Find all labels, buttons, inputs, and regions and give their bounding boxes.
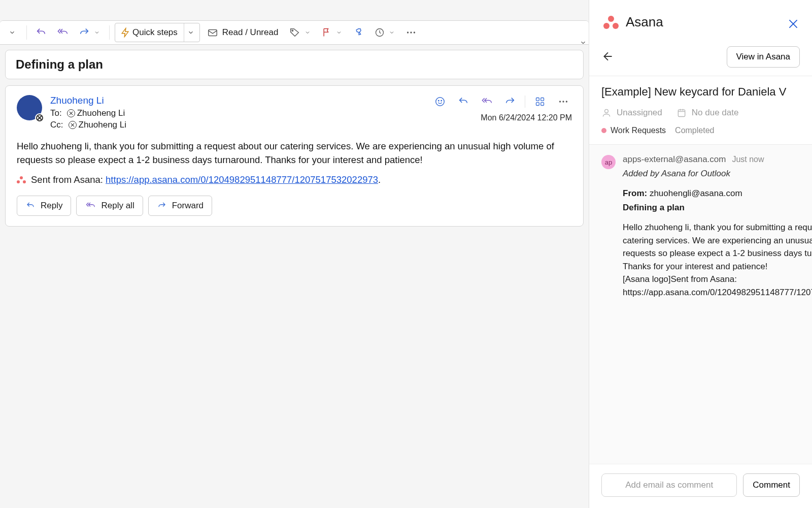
reply-all-label: Reply all — [101, 201, 134, 211]
svg-point-18 — [562, 101, 564, 102]
message-quick-actions — [431, 93, 572, 110]
svg-rect-23 — [678, 110, 685, 116]
sent-from-asana-row: Sent from Asana: https://app.asana.com/0… — [17, 174, 572, 185]
reply-all-button[interactable] — [478, 93, 495, 110]
tag-button[interactable] — [285, 23, 315, 42]
message-footer-actions: Reply Reply all Forward — [17, 196, 572, 216]
svg-rect-15 — [536, 103, 539, 106]
due-date-label: No due date — [692, 108, 739, 118]
project-badge[interactable]: Work Requests — [601, 126, 666, 135]
task-title[interactable]: [Example] New keycard for Daniela V — [601, 85, 800, 99]
reply-button[interactable] — [455, 93, 472, 110]
svg-rect-0 — [209, 30, 217, 36]
asana-addin-panel: Asana View in Asana [Example] New keycar… — [589, 0, 812, 508]
cc-recipient-name: Zhuoheng Li — [79, 120, 127, 130]
svg-point-3 — [407, 31, 409, 33]
task-due-date[interactable]: No due date — [676, 108, 739, 118]
activity-sent-line: [Asana logo]Sent from Asana: https://app… — [623, 273, 812, 299]
cc-recipient-chip[interactable]: Zhuoheng Li — [69, 120, 127, 130]
reply-label: Reply — [41, 201, 62, 211]
asana-link[interactable]: https://app.asana.com/0/1204982951148777… — [106, 174, 378, 185]
react-button[interactable] — [431, 93, 449, 110]
svg-point-1 — [292, 30, 293, 31]
to-recipient-chip[interactable]: Zhuoheng Li — [67, 108, 125, 118]
reply-button[interactable]: Reply — [17, 196, 71, 216]
outlook-reading-pane: Quick steps Read / Unread — [0, 0, 589, 508]
reply-button[interactable] — [32, 23, 50, 42]
email-subject: Defining a plan — [16, 57, 103, 71]
activity-author: apps-external@asana.com — [623, 153, 726, 166]
asana-panel-nav: View in Asana — [589, 40, 812, 76]
pin-button[interactable] — [349, 23, 367, 42]
back-button[interactable] — [601, 50, 616, 64]
sent-from-prefix: Sent from Asana: — [31, 174, 106, 185]
vertical-separator — [525, 96, 525, 108]
more-options-button[interactable] — [555, 93, 572, 110]
forward-button[interactable] — [501, 93, 519, 110]
svg-rect-13 — [536, 98, 539, 101]
project-name: Work Requests — [611, 126, 666, 135]
message-timestamp: Mon 6/24/2024 12:20 PM — [481, 113, 572, 122]
flag-button[interactable] — [318, 23, 346, 42]
svg-point-19 — [566, 101, 567, 102]
asana-panel-header: Asana — [589, 0, 812, 40]
presence-badge — [35, 113, 44, 122]
activity-subject: Defining a plan — [623, 201, 812, 214]
chevron-down-icon[interactable] — [184, 23, 197, 42]
toolbar-divider — [26, 25, 27, 40]
quick-steps-label: Quick steps — [132, 27, 178, 38]
svg-point-5 — [414, 31, 415, 33]
svg-point-11 — [438, 100, 439, 101]
sent-from-period: . — [378, 174, 381, 185]
message-body: Hello zhuoheng li, thank you for submitt… — [17, 140, 572, 167]
asana-brand-title: Asana — [626, 14, 663, 30]
svg-point-22 — [605, 109, 608, 113]
asana-activity-feed: ap apps-external@asana.com Just now Adde… — [589, 145, 812, 464]
sender-avatar[interactable] — [17, 95, 42, 120]
project-color-icon — [601, 128, 606, 133]
svg-point-12 — [441, 100, 442, 101]
activity-from-label: From: — [623, 188, 647, 198]
message-card: Zhuoheng Li To: Zhuoheng Li Cc: — [5, 85, 584, 227]
cc-label: Cc: — [50, 120, 63, 130]
task-status[interactable]: Completed — [675, 126, 714, 135]
reply-all-button[interactable]: Reply all — [76, 196, 143, 216]
activity-from-value: zhuohengli@asana.com — [650, 188, 742, 198]
message-header: Zhuoheng Li To: Zhuoheng Li Cc: — [17, 95, 572, 132]
presence-offline-icon — [36, 114, 43, 121]
toolbar-divider — [109, 25, 110, 40]
svg-rect-16 — [541, 103, 544, 106]
svg-point-4 — [411, 31, 412, 33]
more-options-button[interactable] — [402, 23, 420, 42]
to-label: To: — [50, 108, 62, 118]
comment-button[interactable]: Comment — [743, 473, 800, 497]
add-email-as-comment-button[interactable]: Add email as comment — [601, 473, 737, 497]
view-in-asana-button[interactable]: View in Asana — [727, 46, 800, 68]
close-panel-button[interactable] — [787, 17, 800, 30]
activity-item: ap apps-external@asana.com Just now Adde… — [601, 153, 800, 299]
activity-avatar: ap — [601, 155, 616, 169]
assignee-label: Unassigned — [617, 108, 662, 118]
reply-all-button[interactable] — [53, 23, 72, 42]
read-unread-button[interactable]: Read / Unread — [203, 23, 283, 42]
activity-body: Hello zhuoheng li, thank you for submitt… — [623, 221, 812, 273]
quick-steps-button[interactable]: Quick steps — [115, 23, 200, 42]
subject-bar: Defining a plan — [5, 50, 584, 79]
toolbar-overflow-left[interactable] — [3, 23, 21, 42]
apps-button[interactable] — [531, 93, 549, 110]
svg-rect-14 — [541, 98, 544, 101]
read-unread-label: Read / Unread — [222, 27, 279, 38]
remove-recipient-icon[interactable] — [67, 109, 75, 117]
asana-logo-icon — [603, 16, 619, 29]
task-assignee[interactable]: Unassigned — [601, 108, 662, 118]
remove-recipient-icon[interactable] — [69, 121, 77, 129]
activity-added-by: Added by Asana for Outlook — [623, 167, 812, 180]
activity-time: Just now — [732, 153, 764, 166]
toolbar-collapse-chevron[interactable] — [580, 39, 587, 46]
forward-button[interactable] — [75, 23, 104, 42]
snooze-button[interactable] — [370, 23, 399, 42]
to-recipient-name: Zhuoheng Li — [77, 108, 125, 118]
forward-button[interactable]: Forward — [148, 196, 212, 216]
svg-point-10 — [436, 98, 445, 106]
outlook-toolbar: Quick steps Read / Unread — [0, 20, 589, 45]
